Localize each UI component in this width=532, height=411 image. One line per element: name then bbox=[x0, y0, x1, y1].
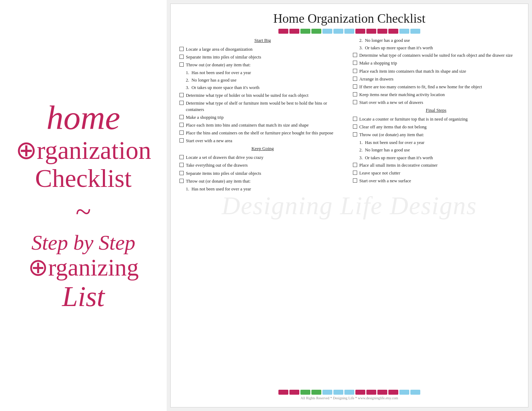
checklist-item: Separate items into piles of similar obj… bbox=[179, 170, 346, 177]
color-bar-segment bbox=[289, 29, 299, 34]
checklist-item: Place each item into containers that mat… bbox=[353, 68, 519, 74]
checkbox[interactable] bbox=[353, 178, 357, 183]
color-bar-segment bbox=[377, 390, 387, 395]
color-bar-segment bbox=[300, 29, 310, 34]
item-text: Leave space not clutter bbox=[359, 170, 519, 176]
color-bar-top bbox=[179, 29, 519, 34]
item-text: No longer has a good use bbox=[365, 147, 519, 153]
color-bar-segment bbox=[399, 390, 409, 395]
checklist-columns: Start BigLocate a large area of disorgan… bbox=[179, 37, 519, 387]
numbered-item: 2.No longer has a good use bbox=[179, 77, 346, 83]
checkbox[interactable] bbox=[179, 101, 184, 105]
checklist-item: Place all small items in decorative cont… bbox=[353, 162, 519, 168]
item-number: 1. bbox=[186, 70, 192, 76]
item-number: 3. bbox=[186, 84, 192, 91]
color-bar-segment bbox=[344, 390, 354, 395]
checkbox[interactable] bbox=[353, 124, 357, 129]
checkbox[interactable] bbox=[179, 47, 184, 51]
checkbox[interactable] bbox=[179, 115, 184, 119]
checkbox[interactable] bbox=[179, 179, 184, 183]
item-text: Determine what type of holder or bin wou… bbox=[186, 92, 346, 99]
color-bar-segment bbox=[300, 390, 310, 395]
checkbox[interactable] bbox=[353, 171, 357, 175]
color-bar-segment bbox=[388, 390, 398, 395]
item-text: Has not been used for over a year bbox=[192, 186, 346, 192]
numbered-item: 1.Has not been used for over a year bbox=[353, 139, 519, 146]
item-text: Place each item into bins and containers… bbox=[186, 122, 346, 128]
checklist-item: Separate items into piles of similar obj… bbox=[179, 54, 346, 60]
checklist-item: Make a shopping trip bbox=[353, 60, 519, 66]
numbered-item: 1.Has not been used for over a year bbox=[179, 186, 346, 192]
item-number: 2. bbox=[359, 37, 365, 44]
left-title: home ⊕rganization Checklist ~ Step by St… bbox=[16, 99, 151, 312]
item-text: Determine what type of shelf or furnitur… bbox=[186, 100, 346, 113]
color-bar-segment bbox=[289, 390, 299, 395]
item-text: Or takes up more space than it's worth bbox=[192, 84, 346, 91]
checklist-item: Determine what type of containers would … bbox=[353, 52, 519, 59]
item-text: Determine what type of containers would … bbox=[359, 52, 519, 59]
color-bar-segment bbox=[410, 29, 420, 34]
section-heading: Start Big bbox=[179, 37, 346, 44]
color-bar-segment bbox=[311, 390, 321, 395]
column-left: Start BigLocate a large area of disorgan… bbox=[179, 37, 346, 387]
item-text: Locate a set of drawers that drive you c… bbox=[186, 154, 346, 161]
checkbox[interactable] bbox=[353, 163, 357, 167]
item-text: Keep items near their matching activity … bbox=[359, 91, 519, 98]
color-bar-segment bbox=[410, 390, 420, 395]
item-number: 3. bbox=[359, 155, 365, 161]
checkbox[interactable] bbox=[179, 62, 184, 67]
footer-text: All Rights Reserved * Designing Life * w… bbox=[179, 396, 519, 400]
checkbox[interactable] bbox=[179, 155, 184, 159]
checkbox[interactable] bbox=[179, 171, 184, 175]
checkbox[interactable] bbox=[179, 123, 184, 127]
item-text: Throw out (or donate) any item that: bbox=[186, 62, 346, 68]
checklist-item: Throw out (or donate) any item that: bbox=[179, 62, 346, 68]
checklist-item: Determine what type of holder or bin wou… bbox=[179, 92, 346, 99]
color-bar-segment bbox=[399, 29, 409, 34]
item-text: Separate items into piles of similar obj… bbox=[186, 170, 346, 177]
checklist-item: Make a shopping trip bbox=[179, 114, 346, 121]
checkbox[interactable] bbox=[353, 92, 357, 96]
numbered-item: 1.Has not been used for over a year bbox=[179, 70, 346, 76]
item-number: 3. bbox=[359, 45, 365, 51]
item-text: Place all small items in decorative cont… bbox=[359, 162, 519, 168]
checkbox[interactable] bbox=[353, 117, 357, 121]
item-text: Locate a counter or furniture top that i… bbox=[359, 116, 519, 122]
checkbox[interactable] bbox=[179, 93, 184, 97]
item-text: Locate a large area of disorganization bbox=[186, 46, 346, 52]
checkbox[interactable] bbox=[179, 130, 184, 135]
left-panel: home ⊕rganization Checklist ~ Step by St… bbox=[0, 0, 167, 411]
item-text: Or takes up more space than it's worth bbox=[365, 45, 519, 51]
item-text: Make a shopping trip bbox=[359, 60, 519, 66]
color-bar-segment bbox=[366, 29, 376, 34]
checklist-item: Take everything out of the drawers bbox=[179, 162, 346, 168]
checkbox[interactable] bbox=[179, 138, 184, 143]
title-organizing: ⊕rganizing bbox=[16, 254, 151, 281]
checkbox[interactable] bbox=[179, 55, 184, 59]
title-checklist: Checklist bbox=[16, 165, 151, 193]
section-heading: Keep Going bbox=[179, 145, 346, 152]
color-bar-segment bbox=[377, 29, 387, 34]
color-bar-segment bbox=[278, 390, 288, 395]
item-text: Make a shopping trip bbox=[186, 114, 346, 121]
item-text: Has not been used for over a year bbox=[192, 70, 346, 76]
item-text: Arrange in drawers bbox=[359, 76, 519, 82]
checkbox[interactable] bbox=[353, 132, 357, 137]
right-panel: Home Organization Checklist Start BigLoc… bbox=[170, 4, 528, 407]
item-text: Clear off any items that do not belong bbox=[359, 124, 519, 130]
checkbox[interactable] bbox=[353, 84, 357, 89]
numbered-item: 3.Or takes up more space than it's worth bbox=[353, 155, 519, 161]
checkbox[interactable] bbox=[353, 69, 357, 73]
checkbox[interactable] bbox=[353, 77, 357, 81]
item-number: 1. bbox=[359, 139, 365, 146]
checkbox[interactable] bbox=[353, 53, 357, 57]
color-bar-segment bbox=[333, 29, 343, 34]
checkbox[interactable] bbox=[353, 100, 357, 104]
checkbox[interactable] bbox=[353, 61, 357, 65]
color-bar-segment bbox=[355, 29, 365, 34]
item-number: 2. bbox=[186, 77, 192, 83]
item-text: Throw out (or donate) any item that: bbox=[186, 178, 346, 184]
title-step: Step by Step bbox=[16, 231, 151, 254]
checklist-item: Determine what type of shelf or furnitur… bbox=[179, 100, 346, 113]
checkbox[interactable] bbox=[179, 163, 184, 167]
